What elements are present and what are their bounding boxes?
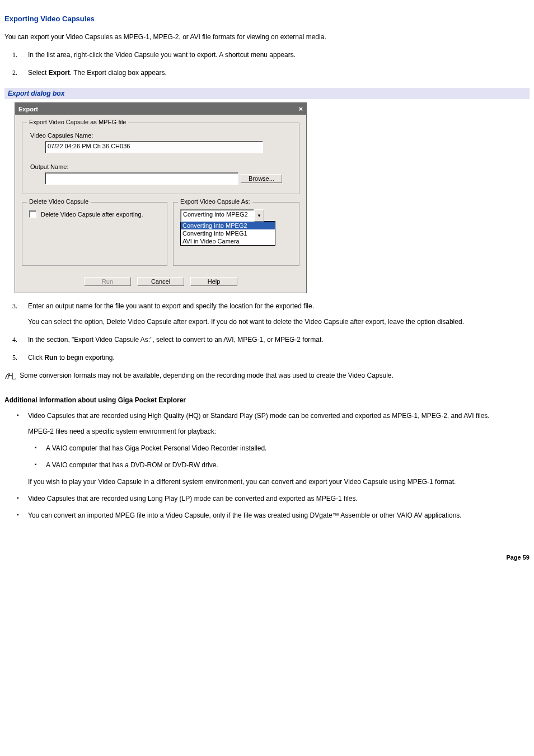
dialog-two-col: Delete Video Capsule Delete Video Capsul…: [22, 200, 299, 271]
step-5: 5. Click Run to begin exporting.: [28, 353, 530, 363]
group-label-delete: Delete Video Capsule: [27, 198, 91, 205]
dialog-title-text: Export: [18, 106, 38, 112]
steps-top: 1. In the list area, right-click the Vid…: [4, 50, 530, 78]
output-name-input[interactable]: [45, 172, 238, 185]
subheading: Additional information about using Giga …: [4, 396, 530, 404]
delete-row: Delete Video Capsule after exporting.: [29, 210, 160, 218]
vc-name-input: 07/22 04:26 PM Ch 36 CH036: [45, 141, 263, 153]
sub-list: A VAIO computer that has Giga Pocket Per…: [28, 443, 530, 470]
step-4: 4. In the section, "Export Video Capsule…: [28, 335, 530, 345]
li-text: Video Capsules that are recorded using H…: [28, 412, 490, 420]
dropdown-option[interactable]: Converting into MPEG2: [181, 222, 275, 229]
list-item: Video Capsules that are recorded using L…: [28, 494, 530, 504]
list-item: A VAIO computer that has Giga Pocket Per…: [46, 443, 530, 453]
step-3: 3. Enter an output name for the file you…: [28, 301, 530, 327]
step-extra: You can select the option, Delete Video …: [28, 317, 530, 327]
step-text-after: . The Export dialog box appears.: [70, 69, 167, 77]
step-2: 2. Select Export. The Export dialog box …: [28, 68, 530, 78]
list-item: A VAIO computer that has a DVD-ROM or DV…: [46, 460, 530, 470]
browse-button[interactable]: Browse...: [241, 174, 282, 183]
dialog-button-row: Run Cancel Help: [22, 277, 299, 286]
delete-checkbox-label: Delete Video Capsule after exporting.: [41, 211, 143, 218]
li-para: MPEG-2 files need a specific system envi…: [28, 426, 530, 436]
step-number: 5.: [12, 353, 17, 363]
step-1: 1. In the list area, right-click the Vid…: [28, 50, 530, 60]
group-label-export-as: Export Video Capsule As:: [178, 198, 252, 205]
step-text: In the section, "Export Video Capsule As…: [28, 336, 324, 344]
note-icon: [4, 372, 17, 381]
delete-checkbox[interactable]: [29, 210, 36, 218]
export-format-dropdown: Converting into MPEG2 Converting into MP…: [180, 221, 275, 246]
step-text-after: to begin exporting.: [58, 354, 115, 361]
intro-paragraph: You can export your Video Capsules as MP…: [4, 32, 530, 42]
help-button[interactable]: Help: [190, 277, 237, 286]
step-strong: Export: [49, 69, 70, 77]
step-number: 2.: [12, 68, 17, 78]
vc-name-label: Video Capsules Name:: [30, 132, 292, 139]
run-button[interactable]: Run: [84, 277, 131, 286]
step-text: Enter an output name for the file you wa…: [28, 302, 314, 310]
step-text: In the list area, right-click the Video …: [28, 51, 296, 59]
list-item: You can convert an imported MPEG file in…: [28, 510, 530, 520]
dropdown-option[interactable]: AVI in Video Camera: [181, 237, 275, 245]
list-item: Video Capsules that are recorded using H…: [28, 411, 530, 487]
close-icon[interactable]: ×: [298, 105, 303, 113]
step-number: 4.: [12, 335, 17, 345]
step-strong: Run: [44, 354, 57, 361]
page-number: Page 59: [4, 554, 530, 561]
additional-info-list: Video Capsules that are recorded using H…: [4, 411, 530, 520]
step-number: 1.: [12, 50, 17, 60]
export-format-combo[interactable]: Converting into MPEG2 ▼: [180, 209, 264, 222]
page-heading: Exporting Video Capsules: [4, 15, 530, 23]
figure-caption: Export dialog box: [4, 88, 530, 99]
dialog-titlebar: Export ×: [15, 103, 306, 115]
group-export-as: Export Video Capsule As: Converting into…: [173, 202, 299, 266]
dialog-body: Export Video Capsule as MPEG file Video …: [15, 115, 306, 293]
group-export-mpeg: Export Video Capsule as MPEG file Video …: [22, 123, 299, 194]
step-text: Click: [28, 354, 44, 361]
steps-bottom: 3. Enter an output name for the file you…: [4, 301, 530, 363]
cancel-button[interactable]: Cancel: [137, 277, 184, 286]
note-text: Some conversion formats may not be avail…: [18, 372, 394, 379]
li-para: If you wish to play your Video Capsule i…: [28, 477, 530, 487]
output-name-label: Output Name:: [30, 163, 292, 170]
group-label: Export Video Capsule as MPEG file: [27, 119, 128, 125]
chevron-down-icon[interactable]: ▼: [254, 209, 264, 222]
dropdown-option[interactable]: Converting into MPEG1: [181, 229, 275, 237]
note-paragraph: Some conversion formats may not be avail…: [4, 370, 530, 381]
step-number: 3.: [12, 301, 17, 311]
step-text: Select: [28, 69, 49, 77]
combo-value: Converting into MPEG2: [180, 209, 254, 222]
group-delete: Delete Video Capsule Delete Video Capsul…: [22, 202, 167, 266]
export-dialog: Export × Export Video Capsule as MPEG fi…: [15, 102, 307, 293]
